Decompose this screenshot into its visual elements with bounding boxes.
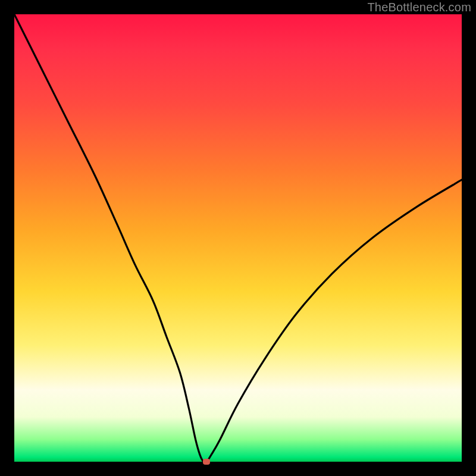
plot-area [14,14,462,462]
minimum-marker [203,459,210,465]
chart-frame: TheBottleneck.com [0,0,476,476]
bottleneck-curve [14,14,462,462]
watermark-text: TheBottleneck.com [367,1,471,14]
curve-svg [14,14,462,462]
